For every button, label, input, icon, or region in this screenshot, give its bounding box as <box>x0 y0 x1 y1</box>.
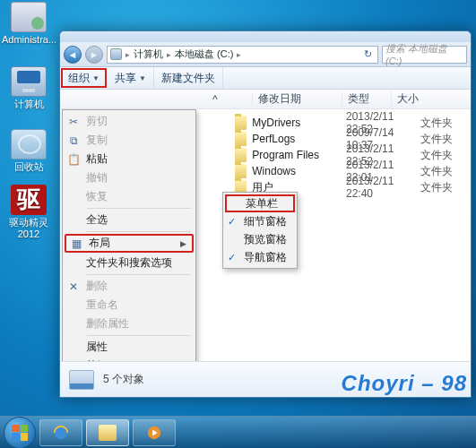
drive-icon <box>110 48 122 60</box>
chevron-right-icon: ▸ <box>237 50 241 59</box>
breadcrumb-item[interactable]: 计算机 <box>134 47 163 61</box>
desktop-label: 驱动精灵 2012 <box>2 217 56 240</box>
taskbar-wmp[interactable] <box>133 419 176 446</box>
col-type[interactable]: 类型 <box>342 91 392 107</box>
recycle-icon <box>11 129 47 159</box>
organize-button[interactable]: 组织 ▼ <box>61 68 107 88</box>
menu-select-all[interactable]: 全选 <box>64 211 195 229</box>
chevron-right-icon: ▸ <box>167 50 171 59</box>
desktop-icon-driver[interactable]: 驱 驱动精灵 2012 <box>2 185 56 240</box>
column-headers: ^ 修改日期 类型 大小 <box>60 90 471 109</box>
copy-icon: ⧉ <box>66 134 81 148</box>
admin-icon <box>11 2 47 32</box>
file-listing: MyDrivers2013/2/11 22:52文件夹 PerfLogs2009… <box>235 115 465 195</box>
menu-sep <box>87 231 191 232</box>
menu-sep <box>87 274 191 275</box>
layout-submenu: 菜单栏 ✓细节窗格 预览窗格 ✓导航窗格 <box>222 192 298 269</box>
folder-icon <box>235 116 247 130</box>
col-size[interactable]: 大小 <box>392 91 471 107</box>
search-placeholder: 搜索 本地磁盘 (C:) <box>385 42 463 66</box>
desktop-label: 回收站 <box>2 161 56 173</box>
menu-layout[interactable]: ▦布局▶ <box>65 234 194 253</box>
submenu-nav-pane[interactable]: ✓导航窗格 <box>225 248 295 266</box>
folder-icon <box>99 425 117 441</box>
paste-icon: 📋 <box>66 152 81 167</box>
nav-back-button[interactable]: ◄ <box>64 46 82 64</box>
status-bar: 5 个对象 Choyri – 98 <box>60 361 471 397</box>
driver-icon: 驱 <box>11 185 47 215</box>
share-label: 共享 <box>115 71 136 86</box>
menu-sep <box>87 208 191 209</box>
col-date[interactable]: 修改日期 <box>253 91 342 107</box>
share-button[interactable]: 共享 ▼ <box>108 67 154 89</box>
chevron-right-icon: ▶ <box>180 239 186 248</box>
address-bar: ◄ ► ▸ 计算机 ▸ 本地磁盘 (C:) ▸ ↻ 搜索 本地磁盘 (C:) <box>60 42 471 67</box>
taskbar-explorer[interactable] <box>86 419 129 446</box>
check-icon: ✓ <box>228 252 239 263</box>
col-name[interactable]: ^ <box>60 93 253 106</box>
desktop-icon-computer[interactable]: 计算机 <box>2 66 56 110</box>
folder-icon <box>235 148 247 162</box>
drive-icon <box>69 370 94 390</box>
caret-down-icon: ▼ <box>139 74 146 82</box>
taskbar-ie[interactable] <box>39 419 82 446</box>
file-list-area: MyDrivers2013/2/11 22:52文件夹 PerfLogs2009… <box>60 109 471 361</box>
menu-delete[interactable]: ✕删除 <box>64 277 195 296</box>
organize-label: 组织 <box>68 71 90 86</box>
titlebar[interactable] <box>60 31 471 42</box>
status-text: 5 个对象 <box>103 372 144 387</box>
submenu-menubar[interactable]: 菜单栏 <box>225 194 295 212</box>
submenu-preview-pane[interactable]: 预览窗格 <box>225 230 295 248</box>
menu-redo[interactable]: 恢复 <box>64 187 195 206</box>
menu-properties[interactable]: 属性 <box>64 338 195 357</box>
folder-icon <box>235 164 247 178</box>
menu-close[interactable]: 关闭 <box>64 357 195 361</box>
toolbar: 组织 ▼ 共享 ▼ 新建文件夹 <box>60 67 471 90</box>
computer-icon <box>11 66 47 97</box>
breadcrumb[interactable]: ▸ 计算机 ▸ 本地磁盘 (C:) ▸ ↻ <box>107 46 378 64</box>
menu-copy[interactable]: ⧉复制 <box>64 131 195 150</box>
desktop-label: 计算机 <box>2 99 56 110</box>
search-input[interactable]: 搜索 本地磁盘 (C:) <box>382 46 467 64</box>
ie-icon <box>52 425 70 441</box>
menu-folder-options[interactable]: 文件夹和搜索选项 <box>64 254 195 272</box>
new-folder-label: 新建文件夹 <box>161 71 215 86</box>
start-button[interactable] <box>4 417 36 449</box>
layout-icon: ▦ <box>69 237 83 251</box>
submenu-details-pane[interactable]: ✓细节窗格 <box>225 212 295 230</box>
chevron-right-icon: ▸ <box>125 50 130 59</box>
desktop-icon-recycle[interactable]: 回收站 <box>2 129 56 173</box>
organize-menu: ✂剪切 ⧉复制 📋粘贴 撤销 恢复 全选 ▦布局▶ 文件夹和搜索选项 ✕删除 重… <box>62 109 196 361</box>
breadcrumb-item[interactable]: 本地磁盘 (C:) <box>175 47 233 61</box>
refresh-icon[interactable]: ↻ <box>360 48 375 60</box>
menu-paste[interactable]: 📋粘贴 <box>64 150 195 168</box>
menu-remove-props[interactable]: 删除属性 <box>64 314 195 333</box>
desktop-label: Administra... <box>2 34 56 46</box>
menu-cut[interactable]: ✂剪切 <box>64 112 195 131</box>
cut-icon: ✂ <box>66 115 81 129</box>
watermark: Choyri – 98 <box>342 371 467 396</box>
wmp-icon <box>145 425 163 441</box>
nav-forward-button[interactable]: ► <box>85 46 103 64</box>
check-icon: ✓ <box>228 216 239 228</box>
desktop-icon-admin[interactable]: Administra... <box>2 2 56 46</box>
folder-icon <box>235 132 247 146</box>
explorer-window: ◄ ► ▸ 计算机 ▸ 本地磁盘 (C:) ▸ ↻ 搜索 本地磁盘 (C:) 组… <box>59 30 472 398</box>
caret-down-icon: ▼ <box>92 74 100 82</box>
new-folder-button[interactable]: 新建文件夹 <box>154 67 223 89</box>
delete-icon: ✕ <box>66 280 81 294</box>
menu-sep <box>87 335 191 336</box>
menu-undo[interactable]: 撤销 <box>64 168 195 187</box>
menu-rename[interactable]: 重命名 <box>64 296 195 314</box>
taskbar <box>0 416 476 448</box>
